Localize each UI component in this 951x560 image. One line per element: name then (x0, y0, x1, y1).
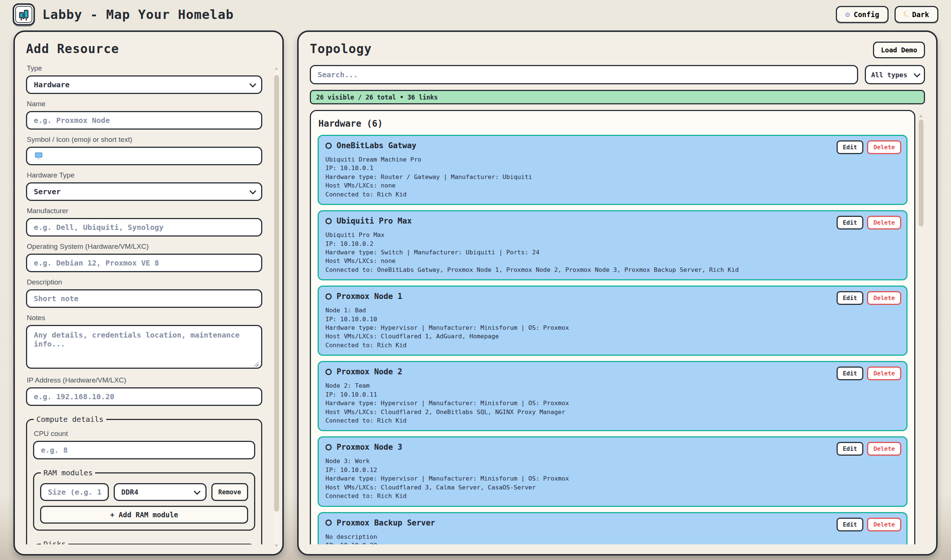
circle-outline-icon (325, 218, 332, 224)
symbol-input[interactable] (26, 147, 262, 165)
load-demo-button[interactable]: Load Demo (873, 42, 925, 58)
card-title: Proxmox Node 3 (337, 443, 402, 452)
notes-textarea[interactable] (26, 325, 262, 369)
section-heading: Hardware (6) (319, 118, 908, 129)
type-select[interactable]: Hardware (26, 75, 262, 94)
name-label: Name (27, 100, 262, 108)
card-line: Connected to: OneBitLabs Gatway, Proxmox… (325, 266, 900, 274)
card-actions: Edit Delete (837, 140, 901, 154)
ram-type-select-value: DDR4 (122, 488, 138, 496)
ram-type-select[interactable]: DDR4 (114, 483, 206, 501)
scroll-up-arrow-icon[interactable] (919, 114, 923, 117)
form-scrollbar[interactable] (274, 66, 279, 548)
ram-modules-legend: RAM modules (41, 468, 95, 477)
edit-button[interactable]: Edit (837, 442, 864, 455)
notes-textarea-wrap (26, 325, 262, 370)
circle-outline-icon (325, 293, 332, 300)
card-details: Ubiquiti Pro MaxIP: 10.10.0.2Hardware ty… (325, 231, 900, 274)
card-line: IP: 10.10.0.20 (325, 541, 900, 545)
symbol-label: Symbol / Icon (emoji or short text) (27, 135, 262, 144)
hardware-type-label: Hardware Type (27, 171, 262, 179)
gear-icon: ⚙ (845, 11, 850, 18)
circle-outline-icon (325, 444, 332, 451)
delete-button[interactable]: Delete (867, 518, 901, 531)
card-line: Hardware type: Switch | Manufacturer: Ub… (325, 248, 900, 257)
scroll-down-arrow-icon[interactable] (274, 545, 278, 548)
card-line: Host VMs/LXCs: Cloudflared 2, OneBitlabs… (325, 408, 900, 416)
config-button[interactable]: ⚙ Config (836, 6, 888, 23)
ram-size-input[interactable] (40, 483, 109, 501)
name-input[interactable] (26, 111, 262, 129)
card-title: Proxmox Backup Server (337, 518, 435, 527)
ram-remove-button[interactable]: Remove (211, 483, 248, 501)
resource-card: Proxmox Backup Server Edit Delete No des… (318, 512, 908, 545)
add-ram-module-button[interactable]: + Add RAM module (40, 506, 248, 524)
card-line: Host VMs/LXCs: none (325, 257, 900, 265)
card-line: Ubiquiti Pro Max (325, 231, 900, 239)
topology-title: Topology (310, 42, 372, 56)
card-header: Proxmox Node 3 (325, 443, 900, 452)
moon-icon: ☾ (902, 10, 910, 19)
card-header: Proxmox Backup Server (325, 518, 900, 527)
circle-outline-icon (325, 369, 332, 375)
card-details: Node 3: WorkIP: 10.10.0.12Hardware type:… (325, 457, 900, 500)
ram-module-row: DDR4 Remove (40, 483, 248, 501)
topology-panel: Topology Load Demo All types 26 visible … (297, 31, 938, 555)
add-resource-panel: Add Resource Type Hardware Name Symbol /… (13, 31, 284, 555)
app-title: Labby - Map Your Homelab (42, 7, 234, 22)
add-resource-form: Type Hardware Name Symbol / Icon (emoji … (26, 58, 271, 545)
edit-button[interactable]: Edit (837, 216, 864, 229)
delete-button[interactable]: Delete (867, 442, 901, 455)
cpu-count-label: CPU count (34, 430, 254, 438)
card-header: Proxmox Node 1 (325, 292, 900, 301)
delete-button[interactable]: Delete (867, 216, 901, 229)
card-line: Host VMs/LXCs: Cloudflared 3, Calma Serv… (325, 483, 900, 492)
card-line: IP: 10.10.0.12 (325, 466, 900, 474)
scrollbar-thumb[interactable] (274, 75, 279, 512)
edit-button[interactable]: Edit (837, 366, 864, 380)
edit-button[interactable]: Edit (837, 140, 864, 154)
resource-card: Ubiquiti Pro Max Edit Delete Ubiquiti Pr… (318, 210, 908, 280)
card-header: Ubiquiti Pro Max (325, 217, 900, 225)
scroll-up-arrow-icon[interactable] (274, 67, 278, 70)
monitor-emoji-icon (34, 152, 43, 160)
circle-outline-icon (325, 143, 332, 149)
edit-button[interactable]: Edit (837, 518, 864, 531)
card-line: Hardware type: Hypervisor | Manufacturer… (325, 399, 900, 408)
card-line: Node 2: Team (325, 382, 900, 390)
ip-input[interactable] (26, 387, 262, 406)
delete-button[interactable]: Delete (867, 366, 901, 380)
edit-button[interactable]: Edit (837, 291, 864, 305)
search-input[interactable] (310, 65, 858, 84)
stats-bar: 26 visible / 26 total • 36 links (310, 90, 925, 105)
os-input[interactable] (26, 254, 262, 272)
card-line: Connected to: Rich Kid (325, 341, 900, 349)
cpu-count-input[interactable] (33, 441, 255, 459)
card-actions: Edit Delete (837, 518, 901, 531)
topology-scrollbar[interactable] (918, 114, 924, 542)
manufacturer-label: Manufacturer (27, 207, 262, 215)
card-line: IP: 10.10.0.11 (325, 390, 900, 399)
card-line: Node 3: Work (325, 457, 900, 465)
app-logo (12, 3, 35, 26)
description-input[interactable] (26, 289, 262, 308)
card-line: Host VMs/LXCs: none (325, 181, 900, 190)
card-header: OneBitLabs Gatway (325, 141, 900, 150)
card-line: Ubiquiti Dream Machine Pro (325, 155, 900, 164)
card-title: OneBitLabs Gatway (337, 141, 416, 150)
card-line: Node 1: Bad (325, 306, 900, 315)
stats-text: 26 visible / 26 total • 36 links (316, 94, 438, 101)
hardware-type-select-value: Server (34, 187, 60, 196)
card-actions: Edit Delete (837, 216, 901, 229)
description-label: Description (27, 278, 262, 286)
scrollbar-thumb[interactable] (919, 120, 923, 226)
card-line: Hardware type: Hypervisor | Manufacturer… (325, 323, 900, 332)
sections-container: Hardware (6) OneBitLabs Gatway Edit Dele… (310, 110, 916, 545)
compute-details-fieldset: Compute details CPU count RAM modules DD… (26, 415, 262, 545)
delete-button[interactable]: Delete (867, 291, 901, 305)
hardware-type-select[interactable]: Server (26, 182, 262, 201)
delete-button[interactable]: Delete (867, 140, 901, 154)
dark-mode-button[interactable]: ☾ Dark (894, 6, 939, 23)
type-filter-select[interactable]: All types (865, 65, 925, 84)
manufacturer-input[interactable] (26, 218, 262, 237)
